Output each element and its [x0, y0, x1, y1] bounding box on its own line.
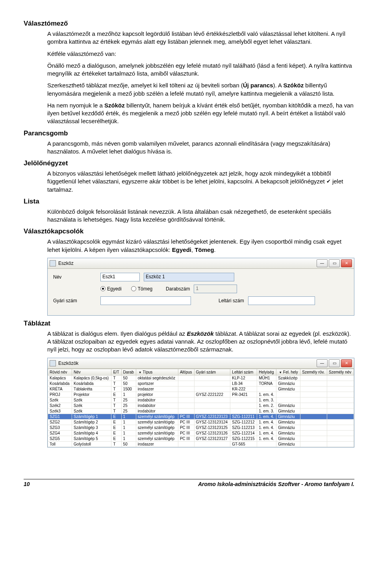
cell: [230, 403, 257, 408]
input-leltari[interactable]: [248, 296, 315, 305]
para: A választómezőt a mezőhöz kapcsolt legör…: [47, 30, 354, 46]
heading-parancsgomb: Parancsgomb: [24, 129, 354, 137]
cell: [178, 386, 194, 392]
cell: PC III: [178, 430, 194, 436]
input-darabszam: 1: [194, 285, 237, 293]
minimize-button[interactable]: —: [317, 259, 328, 267]
maximize-button[interactable]: ▭: [329, 359, 340, 367]
cell: E: [111, 419, 121, 425]
cell: Gimnáziu: [276, 386, 300, 392]
cell: [327, 436, 354, 441]
table-row[interactable]: SzékSzékT25irodabútor1. em. 3.: [48, 397, 354, 403]
cell: T: [111, 397, 121, 403]
input-gyari[interactable]: [100, 296, 191, 305]
col-header[interactable]: Személy röv.: [300, 369, 327, 375]
page-number: 10: [24, 481, 30, 487]
table-row[interactable]: SZG4Számítógép 4E1személyi számítógépPC …: [48, 430, 354, 436]
cell: [327, 392, 354, 397]
cell: GYSZ-2221222: [194, 392, 230, 397]
col-header[interactable]: ▼ Típus: [136, 369, 178, 375]
cell: Gimnáziu: [276, 414, 300, 419]
table-row[interactable]: SZG5Számítógép 5E1személyi számítógépPC …: [48, 436, 354, 441]
heading-valasztomezo: Választómező: [24, 20, 354, 28]
cell: KRÉTA: [48, 386, 72, 392]
page-footer: 10 Aromo Iskola-adminisztrációs Szoftver…: [24, 479, 354, 487]
cell: 1. em. 4.: [257, 419, 276, 425]
cell: 1. em. 4.: [257, 430, 276, 436]
cell: Szék: [72, 403, 111, 408]
cell: SZG4: [48, 430, 72, 436]
label-darabszam: Darabszám: [166, 286, 190, 292]
table-row[interactable]: KosárlabdaKosárlabdaT50sportszerLB-34TOR…: [48, 381, 354, 386]
cell: E: [111, 430, 121, 436]
para: Kétféle választómező van:: [47, 50, 354, 58]
cell: Táblakréta: [72, 386, 111, 392]
footer-title: Aromo Iskola-adminisztrációs Szoftver - …: [198, 481, 354, 487]
cell: PC III: [178, 425, 194, 430]
close-button[interactable]: ✕: [341, 359, 352, 367]
table-row[interactable]: SZG1Számítógép 1E1személyi számítógépPC …: [48, 414, 354, 419]
cell: [257, 441, 276, 447]
minimize-button[interactable]: —: [317, 359, 328, 367]
radio-tomeg[interactable]: Tömeg: [131, 286, 152, 292]
col-header[interactable]: ▼ Fel. hely: [276, 369, 300, 375]
table-row[interactable]: TollGolyóstollT50irodaszerGT-565Gimnáziu: [48, 441, 354, 447]
col-header[interactable]: Gyári szám: [194, 369, 230, 375]
input-nev-short[interactable]: Eszk1: [100, 273, 140, 281]
col-header[interactable]: Személy név: [327, 369, 354, 375]
col-header[interactable]: Név: [72, 369, 111, 375]
radio-egyedi[interactable]: Egyedi: [100, 286, 122, 292]
cell: [327, 386, 354, 392]
cell: [327, 441, 354, 447]
eszkozok-table[interactable]: Rövid névNévE/TDarab▼ TípusAltípusGyári …: [48, 369, 354, 447]
cell: T: [111, 408, 121, 414]
para: Szerkeszthető táblázat mezője, amelyet k…: [47, 81, 354, 98]
checkmark-icon: ✔: [326, 178, 331, 184]
cell: 1. em. 2.: [257, 403, 276, 408]
table-row[interactable]: SZG3Számítógép 3E1személyi számítógépPC …: [48, 425, 354, 430]
cell: Számítógép 3: [72, 425, 111, 430]
cell: 1. em. 4.: [257, 392, 276, 397]
cell: T: [111, 381, 121, 386]
heading-valasztokapcsolok: Választókapcsolók: [24, 227, 354, 235]
cell: [194, 397, 230, 403]
col-header[interactable]: Rövid név: [48, 369, 72, 375]
cell: [327, 425, 354, 430]
close-button[interactable]: ✕: [341, 259, 352, 267]
cell: [327, 375, 354, 381]
dialog-title: Eszköz: [58, 261, 74, 266]
cell: 50: [121, 375, 136, 381]
cell: 1. em. 4.: [257, 425, 276, 430]
col-header[interactable]: Helyiség: [257, 369, 276, 375]
col-header[interactable]: Altípus: [178, 369, 194, 375]
cell: [194, 403, 230, 408]
cell: E: [111, 436, 121, 441]
cell: sportszer: [136, 381, 178, 386]
cell: projektor: [136, 392, 178, 397]
table-row[interactable]: Szék2SzékT25irodabútor1. em. 2.Gimnáziu: [48, 403, 354, 408]
table-row[interactable]: SZG2Számítógép 2E1személyi számítógépPC …: [48, 419, 354, 425]
cell: Golyóstoll: [72, 441, 111, 447]
cell: [178, 381, 194, 386]
maximize-button[interactable]: ▭: [329, 259, 340, 267]
cell: [327, 419, 354, 425]
cell: irodaszer: [136, 386, 178, 392]
table-row[interactable]: PROJProjektorE1projektorGYSZ-2221222PR-3…: [48, 392, 354, 397]
cell: Szék: [72, 397, 111, 403]
input-nev-long[interactable]: Eszköz 1: [144, 273, 234, 281]
dialog-titlebar: Eszközök — ▭ ✕: [48, 358, 354, 369]
cell: [300, 386, 327, 392]
col-header[interactable]: Darab: [121, 369, 136, 375]
cell: [327, 381, 354, 386]
cell: SZG-112212: [230, 419, 257, 425]
table-row[interactable]: KalapácsKalapács (0,5kg-os)T50oktatási s…: [48, 375, 354, 381]
cell: [327, 408, 354, 414]
cell: 1: [121, 414, 136, 419]
table-row[interactable]: Szék3SzékT25irodabútor1. em. 3.Gimnáziu: [48, 408, 354, 414]
heading-jelolonegyzet: Jelölőnégyzet: [24, 159, 354, 167]
cell: [300, 430, 327, 436]
cell: irodabútor: [136, 397, 178, 403]
table-row[interactable]: KRÉTATáblakrétaT1500irodaszerKR-222Gimná…: [48, 386, 354, 392]
col-header[interactable]: Leltári szám: [230, 369, 257, 375]
col-header[interactable]: E/T: [111, 369, 121, 375]
